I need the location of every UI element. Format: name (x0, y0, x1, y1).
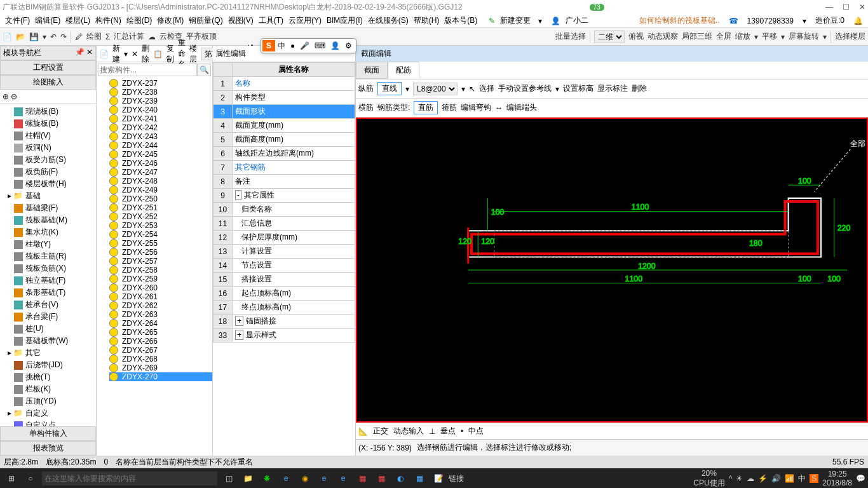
undo-icon[interactable]: ↶ (50, 32, 57, 41)
prop-row[interactable]: 截面形状 (233, 105, 355, 119)
help-link[interactable]: 如何绘制斜的筏板基础.. (638, 15, 721, 26)
list-item[interactable]: ZDYX-262 (109, 301, 212, 310)
comp-new[interactable]: 新建 (112, 43, 120, 65)
tree-item[interactable]: 桩承台(V) (1, 299, 95, 311)
app-icon[interactable]: ▦ (372, 470, 390, 487)
menu-draw[interactable]: 绘图(D) (125, 15, 154, 26)
collapse-icon[interactable]: ⊖ (11, 92, 17, 101)
tree-item[interactable]: 基础板带(W) (1, 335, 95, 347)
hoop-btn[interactable]: 箍筋 (442, 102, 457, 113)
prop-row[interactable]: 名称 (233, 77, 355, 91)
list-item[interactable]: ZDYX-263 (109, 310, 212, 319)
menu-rebar[interactable]: 钢筋量(Q) (187, 15, 224, 26)
line-btn[interactable]: 直线 (377, 82, 402, 95)
section-canvas[interactable]: 全部 100 100 1100 220 120 120 180 1200 1 (356, 118, 868, 423)
tb-draw[interactable]: 绘图 (86, 31, 102, 42)
report[interactable]: 报表预览 (0, 441, 96, 456)
user[interactable]: 广小二 (564, 15, 590, 26)
view-2d[interactable]: 二维 (594, 30, 625, 43)
new-icon[interactable]: 📄 (3, 32, 12, 41)
list-item[interactable]: ZDYX-259 (109, 274, 212, 283)
tree-item[interactable]: 板负筋(F) (1, 166, 95, 178)
prop-row[interactable]: +显示样式 (233, 329, 355, 342)
prop-row[interactable]: 截面高度(mm) (233, 133, 355, 147)
edit-bend[interactable]: 编辑弯钩 (461, 102, 491, 113)
prop-row[interactable]: 归类名称 (233, 203, 355, 217)
app-icon[interactable]: 📝 (430, 470, 447, 487)
list-item[interactable]: ZDYX-238 (109, 88, 212, 97)
vert-rebar[interactable]: 纵筋 (358, 83, 374, 94)
menu-version[interactable]: 版本号(B) (443, 15, 478, 26)
list-item[interactable]: ZDYX-253 (109, 221, 212, 230)
prop-row[interactable]: -其它属性 (233, 189, 355, 203)
prop-row[interactable]: 保护层厚度(mm) (233, 231, 355, 245)
prop-row[interactable]: 搭接设置 (233, 273, 355, 287)
close-icon[interactable]: ✕ (859, 3, 865, 11)
draw-input[interactable]: 绘图输入 (0, 75, 96, 90)
tree-item[interactable]: ▸ 📁 自定义 (1, 407, 95, 419)
menu-edit[interactable]: 编辑(E) (34, 15, 62, 26)
midpt[interactable]: 中点 (468, 426, 484, 437)
list-item[interactable]: ZDYX-248 (109, 177, 212, 186)
app-icon[interactable]: ◉ (296, 470, 314, 487)
list-item[interactable]: ZDYX-245 (109, 150, 212, 159)
list-item[interactable]: ZDYX-270 (109, 372, 212, 381)
cortana-icon[interactable]: ○ (22, 470, 39, 487)
prop-row[interactable]: 构件类型 (233, 91, 355, 105)
prop-row[interactable]: 计算设置 (233, 245, 355, 259)
pin-icon[interactable]: 📌 ✕ (75, 48, 93, 58)
tb-flat[interactable]: 平齐板顶 (186, 31, 217, 42)
menu-floor[interactable]: 楼层(L) (64, 15, 92, 26)
start-icon[interactable]: ⊞ (3, 470, 20, 487)
open-icon[interactable]: 📂 (16, 32, 25, 41)
menu-help[interactable]: 帮助(H) (412, 15, 441, 26)
comp-del[interactable]: 删除 (142, 43, 149, 65)
tb-dyn[interactable]: 动态观察 (648, 31, 678, 42)
app-icon[interactable]: ▦ (353, 470, 371, 487)
tab-rebar[interactable]: 配筋 (388, 62, 419, 79)
tab-section[interactable]: 截面 (356, 62, 388, 79)
search-button[interactable]: 🔍 (197, 64, 211, 76)
menu-tool[interactable]: 工具(T) (257, 15, 285, 26)
ortho[interactable]: 正交 (373, 426, 388, 437)
show-dim[interactable]: 显示标注 (597, 83, 628, 94)
prop-row[interactable]: 终点顶标高(m) (233, 301, 355, 315)
menu-bim[interactable]: BIM应用(I) (325, 15, 364, 26)
tree-item[interactable]: 承台梁(F) (1, 311, 95, 323)
rebar-spec[interactable]: L8@200 (413, 83, 458, 95)
list-item[interactable]: ZDYX-242 (109, 123, 212, 132)
app-icon[interactable]: 📁 (239, 470, 257, 487)
tree-item[interactable]: 板受力筋(S) (1, 154, 95, 166)
nav-tree[interactable]: 现浇板(B)螺旋板(B)柱帽(V)板洞(N)板受力筋(S)板负筋(F)楼层板带(… (0, 104, 96, 426)
list-item[interactable]: ZDYX-247 (109, 168, 212, 177)
tb-pan[interactable]: 平移 (762, 31, 777, 42)
list-item[interactable]: ZDYX-258 (109, 266, 212, 274)
list-item[interactable]: ZDYX-261 (109, 292, 212, 301)
list-item[interactable]: ZDYX-249 (109, 186, 212, 194)
task-link[interactable]: 链接 (449, 473, 464, 484)
menu-cloud[interactable]: 云应用(Y) (287, 15, 323, 26)
ie-icon[interactable]: e (334, 470, 352, 487)
perp[interactable]: 垂点 (440, 426, 456, 437)
tb-rot[interactable]: 屏幕旋转 (789, 31, 819, 42)
tree-item[interactable]: 筏板负筋(X) (1, 262, 95, 274)
tb-zoom[interactable]: 缩放 (735, 31, 750, 42)
prop-row[interactable]: 起点顶标高(m) (233, 287, 355, 301)
prop-row[interactable]: 轴线距左边线距离(mm) (233, 147, 355, 161)
tree-item[interactable]: 挑檐(T) (1, 371, 95, 383)
single-comp[interactable]: 单构件输入 (0, 426, 96, 441)
list-item[interactable]: ZDYX-257 (109, 257, 212, 266)
list-item[interactable]: ZDYX-265 (109, 328, 212, 337)
list-item[interactable]: ZDYX-254 (109, 230, 212, 239)
tree-item[interactable]: 栏板(K) (1, 383, 95, 395)
horiz-rebar[interactable]: 横筋 (358, 102, 374, 113)
tree-item[interactable]: 筏板基础(M) (1, 214, 95, 226)
tree-item[interactable]: 自定义点 (1, 419, 95, 426)
del-btn[interactable]: 删除 (632, 83, 647, 94)
new-change[interactable]: 新建变更 (499, 15, 532, 26)
list-item[interactable]: ZDYX-260 (109, 283, 212, 292)
menu-view[interactable]: 视图(V) (227, 15, 255, 26)
app-icon[interactable]: ❋ (258, 470, 276, 487)
list-item[interactable]: ZDYX-237 (109, 79, 212, 88)
list-item[interactable]: ZDYX-268 (109, 355, 212, 363)
